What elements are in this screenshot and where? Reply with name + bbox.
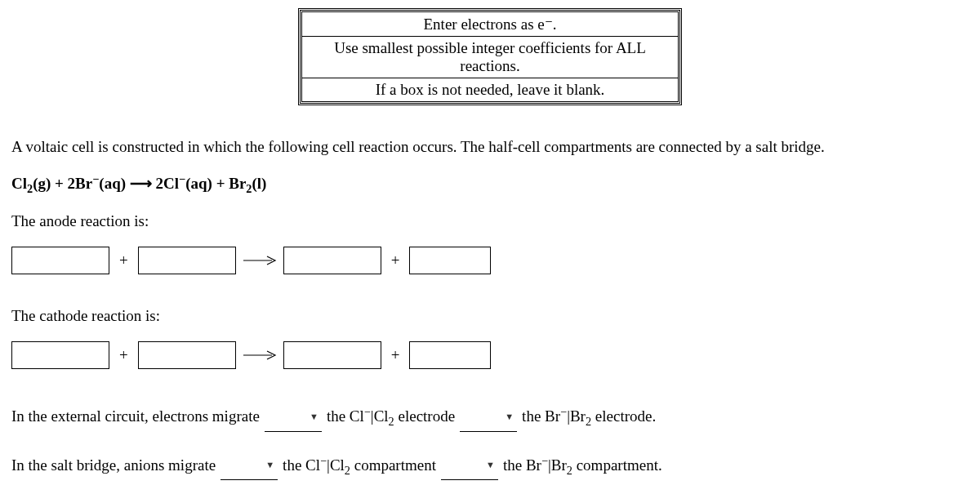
cathode-reactant-2-input[interactable] bbox=[138, 341, 236, 369]
plus-sign: + bbox=[388, 251, 403, 269]
anode-label: The anode reaction is: bbox=[11, 212, 969, 230]
q1-direction-1-select[interactable] bbox=[265, 408, 322, 425]
anode-reactant-2-input[interactable] bbox=[138, 247, 236, 274]
plus-sign: + bbox=[116, 346, 131, 364]
cell-equation: Cl2(g) + 2Br−(aq) ⟶ 2Cl−(aq) + Br2(l) bbox=[11, 172, 969, 196]
cathode-product-1-input[interactable] bbox=[283, 341, 381, 369]
arrow-icon bbox=[243, 350, 277, 360]
instruction-line-1: Enter electrons as e⁻. bbox=[302, 12, 679, 37]
anode-product-1-input[interactable] bbox=[283, 247, 381, 274]
q1-suffix: the Br−|Br2 electrode. bbox=[522, 402, 656, 433]
salt-bridge-question: In the salt bridge, anions migrate ▼ the… bbox=[11, 451, 969, 482]
cathode-label: The cathode reaction is: bbox=[11, 307, 969, 325]
plus-sign: + bbox=[116, 251, 131, 269]
instruction-line-2: Use smallest possible integer coefficien… bbox=[302, 37, 679, 78]
cathode-product-2-input[interactable] bbox=[409, 341, 491, 369]
q2-prefix: In the salt bridge, anions migrate bbox=[11, 452, 216, 479]
anode-reaction-row: + + bbox=[11, 247, 969, 274]
q1-prefix: In the external circuit, electrons migra… bbox=[11, 403, 260, 430]
q1-mid: the Cl−|Cl2 electrode bbox=[327, 402, 455, 433]
external-circuit-question: In the external circuit, electrons migra… bbox=[11, 402, 969, 433]
anode-reactant-1-input[interactable] bbox=[11, 247, 109, 274]
q2-direction-2-select[interactable] bbox=[441, 457, 498, 474]
intro-text: A voltaic cell is constructed in which t… bbox=[11, 138, 969, 156]
q2-mid: the Cl−|Cl2 compartment bbox=[283, 451, 436, 482]
q2-suffix: the Br−|Br2 compartment. bbox=[503, 451, 662, 482]
cathode-reactant-1-input[interactable] bbox=[11, 341, 109, 369]
q2-direction-1-select[interactable] bbox=[220, 457, 278, 474]
plus-sign: + bbox=[388, 346, 403, 364]
arrow-icon bbox=[243, 256, 277, 265]
instruction-line-3: If a box is not needed, leave it blank. bbox=[302, 78, 679, 102]
instruction-box: Enter electrons as e⁻. Use smallest poss… bbox=[298, 8, 682, 105]
cathode-reaction-row: + + bbox=[11, 341, 969, 369]
q1-direction-2-select[interactable] bbox=[460, 408, 517, 425]
anode-product-2-input[interactable] bbox=[409, 247, 491, 274]
